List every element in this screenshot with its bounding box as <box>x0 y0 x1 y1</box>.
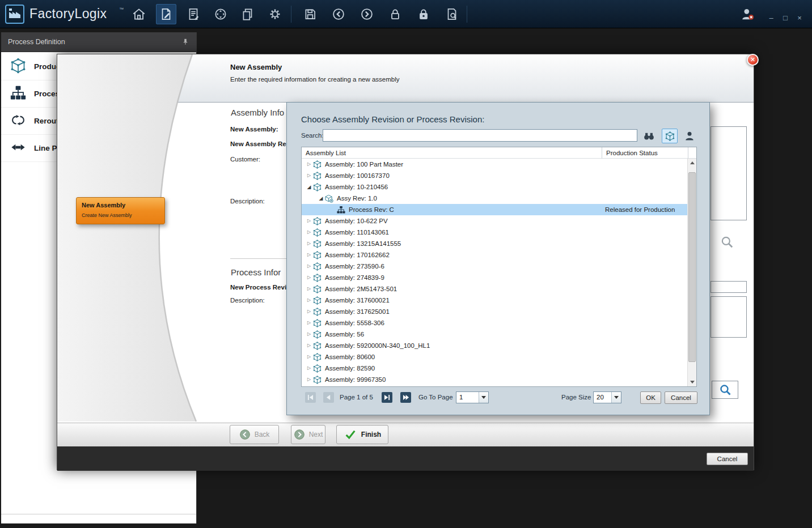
column-header-production-status[interactable]: Production Status <box>602 147 688 159</box>
assembly-icon <box>313 353 323 361</box>
first-page-button[interactable] <box>305 392 316 403</box>
column-header-assembly-list[interactable]: Assembly List <box>302 147 602 159</box>
back-circle-icon[interactable] <box>328 4 349 24</box>
expand-arrow-icon[interactable]: ◢ <box>305 181 313 193</box>
back-button[interactable]: Back <box>230 425 279 444</box>
panel-title: Process Definition <box>8 38 65 46</box>
assembly-icon <box>313 228 323 237</box>
tree-row[interactable]: ▷Assembly: 2M51473-501 <box>302 283 688 295</box>
finish-button[interactable]: Finish <box>336 425 388 444</box>
expand-arrow-icon[interactable]: ▷ <box>305 363 313 374</box>
search-button[interactable] <box>712 381 738 399</box>
tree-row[interactable]: ▷Assembly: 317600021 <box>302 295 688 306</box>
expand-arrow-icon[interactable]: ▷ <box>305 249 313 261</box>
expand-arrow-icon[interactable]: ▷ <box>305 317 313 329</box>
wizard-step-new-assembly[interactable]: New Assembly Create New Assembly <box>76 197 165 224</box>
expand-arrow-icon[interactable]: ▷ <box>305 306 313 317</box>
expand-arrow-icon[interactable]: ▷ <box>305 329 313 340</box>
tree-row[interactable]: ▷Assembly: 100 Part Master <box>302 159 688 170</box>
document-form-icon[interactable] <box>183 4 204 24</box>
tree-row[interactable]: ▷Assembly: 170162662 <box>302 249 688 261</box>
application-window: FactoryLogix ™ <box>0 0 812 528</box>
expand-arrow-icon[interactable]: ▷ <box>305 215 313 227</box>
next-page-button[interactable] <box>382 392 392 403</box>
wizard-close-button[interactable]: ✕ <box>747 54 759 66</box>
tree-row-label: Assembly: 5558-306 <box>325 320 384 326</box>
wizard-subtitle: Enter the required information for creat… <box>230 76 400 83</box>
tree-row[interactable]: ◢Assembly: 10-210456 <box>302 181 688 193</box>
tree-row[interactable]: Process Rev: CReleased for Production <box>302 204 688 215</box>
edit-process-icon[interactable] <box>156 4 176 24</box>
tree-row[interactable]: ▷Assembly: 82590 <box>302 363 688 374</box>
tree-row[interactable]: ▷Assembly: 317625001 <box>302 306 688 317</box>
save-icon[interactable] <box>300 4 320 24</box>
tree-row[interactable]: ▷Assembly: 10-622 PV <box>302 215 688 227</box>
ok-button[interactable]: OK <box>640 391 661 404</box>
user-session-icon[interactable] <box>737 4 758 24</box>
copy-documents-icon[interactable] <box>238 4 258 24</box>
expand-arrow-icon[interactable]: ▷ <box>305 340 313 351</box>
gear-icon[interactable] <box>265 4 285 24</box>
expand-arrow-icon[interactable]: ▷ <box>305 295 313 306</box>
last-page-button[interactable] <box>400 392 411 403</box>
person-filter-icon[interactable] <box>682 129 697 143</box>
pin-icon[interactable] <box>181 37 189 48</box>
go-to-page-select[interactable]: 1 <box>456 391 489 403</box>
tree-row[interactable]: ▷Assembly: 56 <box>302 329 688 340</box>
search-input[interactable] <box>323 129 637 142</box>
expand-arrow-icon[interactable]: ▷ <box>305 283 313 295</box>
tree-row[interactable]: ▷Assembly: 80600 <box>302 351 688 363</box>
close-icon: ✕ <box>750 56 755 63</box>
customer-list-box[interactable] <box>710 126 747 220</box>
expand-arrow-icon[interactable]: ▷ <box>305 261 313 272</box>
product-cube-icon <box>10 58 26 75</box>
tree-row[interactable]: ▷Assembly: 99967350 <box>302 374 688 385</box>
lock-secure-icon[interactable] <box>413 4 434 24</box>
expand-arrow-icon[interactable]: ▷ <box>305 170 313 181</box>
tree-row-label: Assy Rev: 1.0 <box>337 195 377 202</box>
chooser-cancel-button[interactable]: Cancel <box>665 391 697 404</box>
tree-row[interactable]: ▷Assembly: 273590-6 <box>302 261 688 272</box>
tree-row[interactable]: ▷Assembly: 13215A141555 <box>302 238 688 249</box>
step-title: New Assembly <box>82 202 164 208</box>
process-description-input[interactable] <box>710 296 747 338</box>
vertical-scrollbar[interactable] <box>687 159 696 386</box>
cancel-button[interactable]: Cancel <box>707 453 748 465</box>
tree-row[interactable]: ▷Assembly: 110143061 <box>302 227 688 238</box>
forward-circle-icon[interactable] <box>357 4 377 24</box>
next-button[interactable]: Next <box>291 425 325 444</box>
lock-icon[interactable] <box>385 4 405 24</box>
tree-row[interactable]: ▷Assembly: 100167370 <box>302 170 688 181</box>
expand-arrow-icon[interactable]: ▷ <box>305 374 313 385</box>
page-size-select[interactable]: 20 <box>593 391 621 403</box>
assembly-filter-icon[interactable] <box>662 129 678 143</box>
navigate-circle-icon[interactable] <box>210 4 231 24</box>
assembly-icon <box>313 308 323 316</box>
page-size-label: Page Size <box>561 394 591 401</box>
process-rev-input[interactable] <box>710 281 747 293</box>
binoculars-icon[interactable] <box>641 129 657 143</box>
close-window-button[interactable]: × <box>794 12 805 23</box>
tree-row[interactable]: ▷Assembly: 5920000N-340_100_HL1 <box>302 340 688 351</box>
expand-arrow-icon[interactable]: ▷ <box>305 227 313 238</box>
tree-row[interactable]: ◢Assy Rev: 1.0 <box>302 193 688 204</box>
search-icon <box>718 383 732 397</box>
expand-arrow-icon[interactable]: ▷ <box>305 351 313 363</box>
tree-row[interactable]: ▷Assembly: 5558-306 <box>302 317 688 329</box>
assembly-tree: ▷Assembly: 100 Part Master▷Assembly: 100… <box>302 159 688 386</box>
expand-arrow-icon[interactable]: ▷ <box>305 159 313 170</box>
home-icon[interactable] <box>129 4 149 24</box>
tree-row[interactable]: ▷Assembly: 274839-9 <box>302 272 688 283</box>
find-document-icon[interactable] <box>442 4 462 24</box>
scroll-down-icon[interactable] <box>688 377 696 386</box>
expand-arrow-icon[interactable]: ▷ <box>305 272 313 283</box>
minimize-button[interactable]: – <box>766 12 777 23</box>
scroll-up-icon[interactable] <box>688 159 696 168</box>
maximize-button[interactable]: □ <box>780 12 791 23</box>
expand-arrow-icon[interactable]: ▷ <box>305 238 313 249</box>
previous-page-button[interactable] <box>323 392 334 403</box>
chooser-title: Choose Assembly Revision or Process Revi… <box>301 114 484 124</box>
expand-arrow-icon[interactable]: ◢ <box>317 193 325 204</box>
scrollbar-thumb[interactable] <box>688 172 696 362</box>
step-subtitle: Create New Assembly <box>82 212 164 218</box>
